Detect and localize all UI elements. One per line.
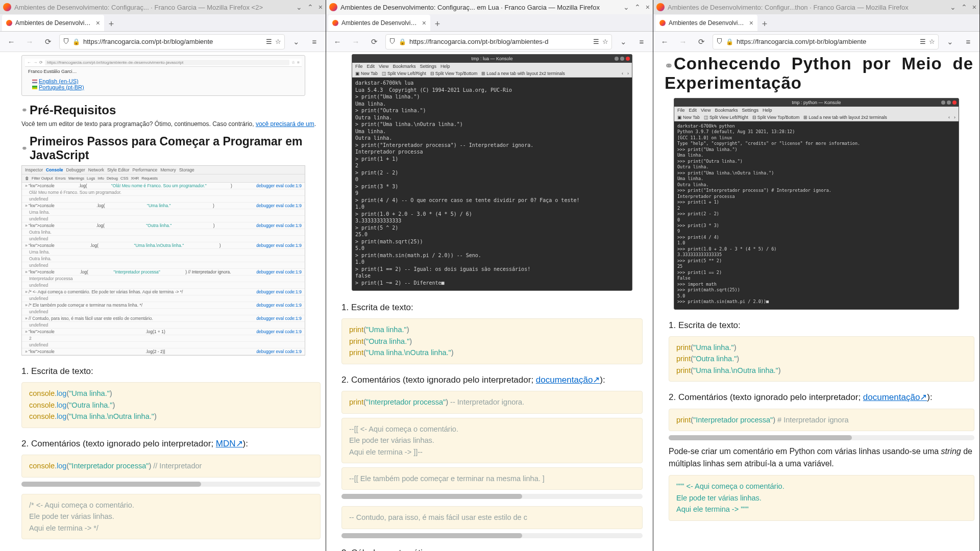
tab-close-icon[interactable]: × <box>96 19 100 27</box>
browser-tab[interactable]: Ambientes de Desenvolvimen × <box>655 15 757 31</box>
back-button[interactable]: ← <box>4 35 18 49</box>
hamburger-menu-button[interactable]: ≡ <box>961 35 975 49</box>
konsole-screenshot: tmp : lua — Konsole FileEditViewBookmark… <box>352 54 632 291</box>
lock-icon: 🔒 <box>72 38 80 45</box>
window-close-button[interactable]: × <box>646 3 650 11</box>
mdn-link[interactable]: MDN↗ <box>216 439 243 448</box>
new-tab-button[interactable]: + <box>757 17 772 31</box>
window-title: Ambientes de Desenvolvimento: Configuraç… <box>14 4 293 11</box>
lang-en-link[interactable]: English (en-US) <box>32 78 302 84</box>
window-close-button[interactable]: × <box>972 3 976 11</box>
back-button[interactable]: ← <box>330 35 345 49</box>
url-bar[interactable]: ⛉ 🔒 https://francogarcia.com/pt-br/blog/… <box>59 34 285 49</box>
forward-button[interactable]: → <box>349 35 363 49</box>
page-heading: ⚭Conhecendo Python por Meio de Experimen… <box>665 54 973 93</box>
reload-button[interactable]: ⟳ <box>41 35 55 49</box>
window-maximize-button[interactable]: ⌃ <box>961 3 967 11</box>
pocket-button[interactable]: ⌄ <box>289 35 303 49</box>
mini-header: Franco Eustálio Garci… <box>25 67 302 76</box>
dt-tab: Storage <box>179 167 194 172</box>
firefox-icon <box>329 3 337 11</box>
reader-icon[interactable]: ☰ <box>266 38 272 45</box>
code-block: /* <- Aqui começa o comentário. Ele pode… <box>21 494 321 539</box>
firefox-icon <box>3 3 11 11</box>
reload-button[interactable]: ⟳ <box>694 35 708 49</box>
scrollbar[interactable] <box>341 533 643 538</box>
tab-bar: Ambientes de Desenvolvimen × + <box>653 14 979 32</box>
url-bar[interactable]: ⛉ 🔒 https://francogarcia.com/pt-br/blog/… <box>713 34 939 49</box>
window-maximize-button[interactable]: ⌃ <box>634 3 641 11</box>
url-bar[interactable]: ⛉ 🔒 https://francogarcia.com/pt-br/blog/… <box>385 34 612 49</box>
list-item: 2. Comentários (texto ignorado pelo inte… <box>669 391 974 404</box>
forward-button[interactable]: → <box>676 35 690 49</box>
back-button[interactable]: ← <box>657 35 672 49</box>
paragraph: Pode-se criar um comentário em Python co… <box>669 445 974 470</box>
firefox-icon <box>656 3 665 11</box>
browser-tab[interactable]: Ambientes de Desenvolvimen × <box>2 15 104 31</box>
tab-close-icon[interactable]: × <box>422 19 426 27</box>
window-maximize-button[interactable]: ⌃ <box>307 3 313 11</box>
reader-icon[interactable]: ☰ <box>593 38 599 45</box>
bookmark-star-icon[interactable]: ☆ <box>929 38 935 45</box>
embedded-screenshot: ← → ⟳ https://francogarcia.com/pt-br/blo… <box>21 55 305 96</box>
pocket-button[interactable]: ⌄ <box>616 35 630 49</box>
prereq-link[interactable]: você precisará de um <box>256 120 314 128</box>
code-block: --[[ <- Aqui começa o comentário. Ele po… <box>341 418 643 463</box>
tab-close-icon[interactable]: × <box>749 19 753 27</box>
favicon-icon <box>659 20 666 26</box>
mini-fwd-icon: → <box>33 60 37 65</box>
reader-icon[interactable]: ☰ <box>920 38 926 45</box>
new-tab-button[interactable]: + <box>430 17 445 31</box>
code-block: print("Uma linha.") print("Outra linha."… <box>341 318 643 364</box>
forward-button[interactable]: → <box>22 35 37 49</box>
lang-pt-link[interactable]: Português (pt-BR) <box>32 84 302 90</box>
doc-link[interactable]: documentação↗ <box>863 392 927 402</box>
hamburger-menu-button[interactable]: ≡ <box>634 35 649 49</box>
url-text: https://francogarcia.com/pt-br/blog/ambi… <box>737 38 917 45</box>
terminal-output: darkstar-6700k% lua Lua 5.4.3 Copyright … <box>352 78 632 290</box>
browser-tab[interactable]: Ambientes de Desenvolvimen × <box>328 15 430 31</box>
heading-primeiros-passos: ⚭Primeiros Passos para Começar a Program… <box>21 135 321 162</box>
new-tab-button[interactable]: + <box>104 17 118 31</box>
mini-menu-icon: ≡ <box>297 60 300 65</box>
scrollbar[interactable] <box>21 482 321 487</box>
window-close-button[interactable]: × <box>318 3 323 11</box>
list-item: 3. Cálculos matemáticos: <box>341 546 643 551</box>
window-minimize-button[interactable]: ⌄ <box>950 3 956 11</box>
nav-toolbar: ← → ⟳ ⛉ 🔒 https://francogarcia.com/pt-br… <box>653 32 979 52</box>
mini-star-icon: ☆ <box>291 60 295 65</box>
lock-icon: 🔒 <box>726 38 733 45</box>
url-text: https://francogarcia.com/pt-br/blog/ambi… <box>83 38 263 45</box>
favicon-icon <box>6 20 12 26</box>
anchor-icon[interactable]: ⚭ <box>665 60 674 71</box>
list-item: 2. Comentários (texto ignorado pelo inte… <box>341 373 643 387</box>
reload-button[interactable]: ⟳ <box>367 35 381 49</box>
shield-icon: ⛉ <box>389 38 396 45</box>
window-minimize-button[interactable]: ⌄ <box>296 3 302 11</box>
pocket-button[interactable]: ⌄ <box>943 35 957 49</box>
devtools-screenshot: Inspector Console Debugger Network Style… <box>21 165 305 356</box>
terminal-output: darkstar-6700k% python Python 3.9.7 (def… <box>674 121 959 309</box>
mini-back-icon: ← <box>27 60 31 65</box>
anchor-icon[interactable]: ⚭ <box>21 144 28 153</box>
doc-link[interactable]: documentação↗ <box>536 375 600 385</box>
mini-reload-icon: ⟳ <box>39 60 43 65</box>
bookmark-star-icon[interactable]: ☆ <box>602 38 608 45</box>
konsole-menubar: FileEditViewBookmarksSettingsHelp <box>674 107 959 114</box>
konsole-titlebar: tmp : lua — Konsole <box>352 55 632 63</box>
list-item: 2. Comentários (texto ignorado pelo inte… <box>21 437 321 450</box>
konsole-titlebar: tmp : python — Konsole <box>674 98 959 107</box>
url-text: https://francogarcia.com/pt-br/blog/ambi… <box>409 38 590 45</box>
hamburger-menu-button[interactable]: ≡ <box>307 35 322 49</box>
bookmark-star-icon[interactable]: ☆ <box>275 38 281 45</box>
window-minimize-button[interactable]: ⌄ <box>623 3 629 11</box>
scrollbar[interactable] <box>669 435 974 440</box>
page-content: ⚭Conhecendo Python por Meio de Experimen… <box>653 52 979 551</box>
window-titlebar: Ambientes de Desenvolvimento: Configur..… <box>653 0 979 14</box>
tab-bar: Ambientes de Desenvolvimen × + <box>0 14 326 32</box>
shield-icon: ⛉ <box>63 38 69 45</box>
dt-tab: Style Editor <box>107 167 129 172</box>
code-block: print("Interpretador processa") # Interp… <box>669 409 974 431</box>
scrollbar[interactable] <box>341 494 643 499</box>
anchor-icon[interactable]: ⚭ <box>21 106 28 114</box>
